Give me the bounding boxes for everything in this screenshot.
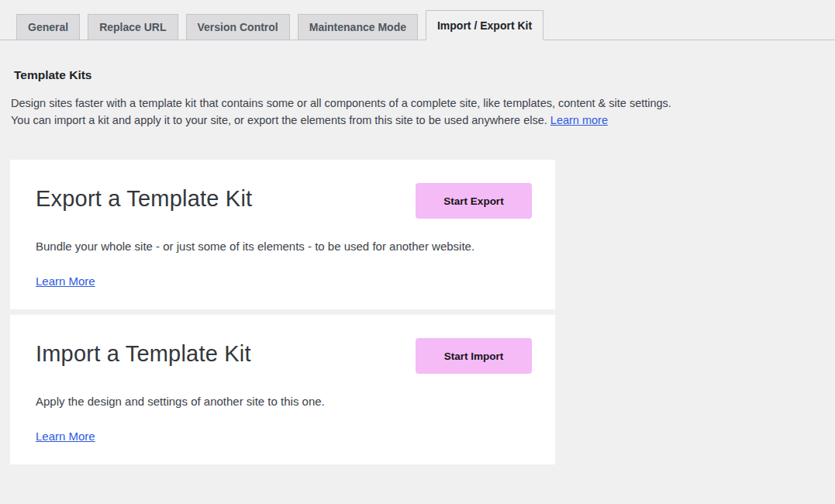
export-card-description: Bundle your whole site - or just some of… (36, 239, 532, 254)
import-card-title: Import a Template Kit (36, 341, 251, 367)
tab-import-export-kit[interactable]: Import / Export Kit (426, 10, 543, 40)
export-card-header: Export a Template Kit Start Export (36, 183, 532, 219)
intro-line-2: You can import a kit and apply it to you… (11, 114, 547, 126)
intro-learn-more-link[interactable]: Learn more (550, 114, 608, 126)
tab-maintenance-mode[interactable]: Maintenance Mode (298, 14, 418, 40)
intro-text: Design sites faster with a template kit … (11, 95, 824, 129)
export-learn-more-link[interactable]: Learn More (36, 274, 95, 288)
import-learn-more-link[interactable]: Learn More (36, 429, 95, 444)
tab-version-control[interactable]: Version Control (186, 14, 290, 40)
start-export-button[interactable]: Start Export (416, 183, 532, 219)
tab-general[interactable]: General (16, 14, 80, 40)
tab-content: Template Kits Design sites faster with a… (0, 68, 835, 464)
tab-replace-url[interactable]: Replace URL (88, 14, 178, 40)
import-card-description: Apply the design and settings of another… (36, 394, 532, 409)
start-import-button[interactable]: Start Import (416, 338, 532, 374)
settings-page: General Replace URL Version Control Main… (0, 0, 835, 464)
import-kit-card: Import a Template Kit Start Import Apply… (10, 315, 555, 464)
intro-line-1: Design sites faster with a template kit … (11, 97, 671, 109)
import-card-header: Import a Template Kit Start Import (36, 338, 532, 374)
export-kit-card: Export a Template Kit Start Export Bundl… (10, 160, 555, 309)
settings-tab-bar: General Replace URL Version Control Main… (0, 0, 835, 40)
page-title: Template Kits (14, 68, 824, 82)
export-card-title: Export a Template Kit (36, 186, 252, 212)
